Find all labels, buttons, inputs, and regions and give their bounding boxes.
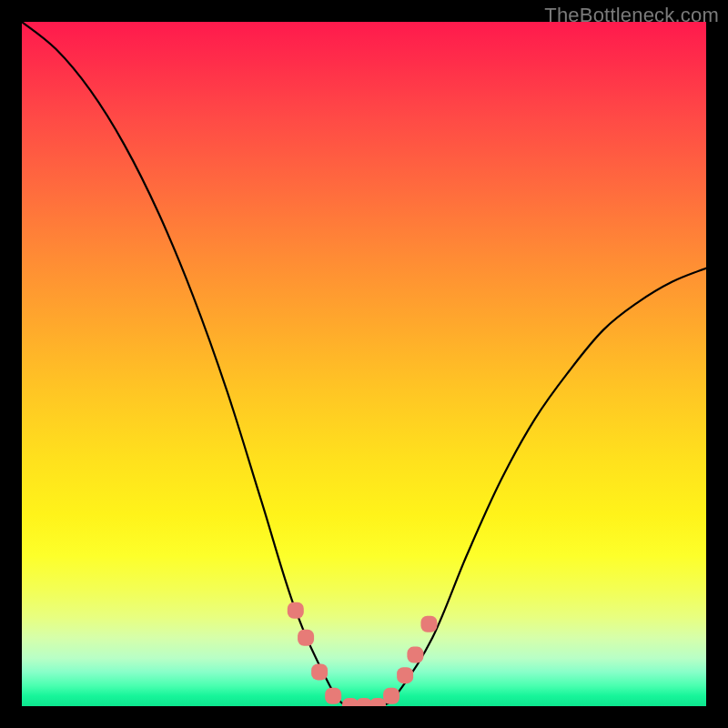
trough-marker xyxy=(420,616,437,632)
trough-marker xyxy=(298,630,314,646)
trough-marker xyxy=(288,602,304,619)
trough-marker xyxy=(383,688,399,704)
curve-layer xyxy=(22,22,706,706)
trough-marker xyxy=(311,663,328,680)
trough-marker xyxy=(407,647,423,663)
trough-marker xyxy=(325,688,341,704)
chart-frame: TheBottleneck.com xyxy=(0,0,728,728)
bottleneck-curve xyxy=(22,22,706,706)
plot-area xyxy=(22,22,706,706)
trough-markers xyxy=(288,602,438,706)
trough-marker xyxy=(397,667,413,683)
